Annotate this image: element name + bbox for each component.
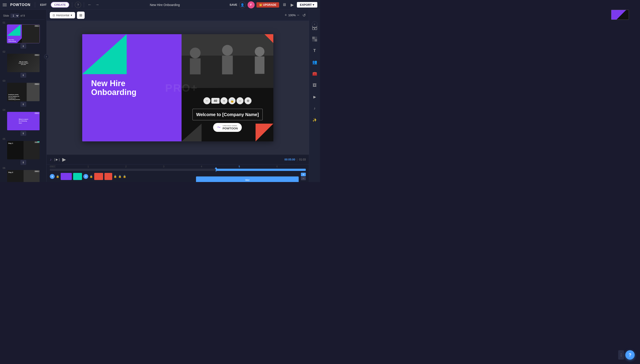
loop-button[interactable]: [ ▶ ] [53, 157, 60, 162]
slide-label: Slide [3, 14, 9, 17]
tl-active-obj[interactable]: Wel [196, 176, 299, 182]
collapse-right-button[interactable]: › [312, 21, 318, 27]
tl-lock-1: 🔒 [56, 175, 59, 178]
rs-media-icon[interactable]: 🖼 [311, 81, 319, 89]
slide-group-5: 05 Day 1 PRO+ ⬇ [2, 138, 45, 165]
canvas-toolbar: ⊡ Horizontal ▾ ⊞ + 100% − ↺ [47, 10, 309, 21]
screen-icon[interactable]: 🖥 [281, 2, 288, 8]
user-settings-icon[interactable]: 👤 [239, 2, 246, 8]
music-button[interactable]: ♪ [50, 158, 52, 162]
pro-badge-3: PRO+ [35, 83, 40, 85]
lock-icon[interactable]: 🔒 [229, 97, 236, 104]
slide-thumbnail-5[interactable]: Day 1 PRO+ [7, 141, 40, 160]
slide-download-3[interactable]: ⬇ [21, 102, 26, 107]
tl-lock-2: 🔒 [90, 175, 93, 178]
timeline-objects[interactable]: 5 🔒 3 🔒 🔒 🔒 🔒 Wel + − [47, 171, 309, 182]
brand-name-text: POWTOON [223, 127, 238, 130]
slide-canvas[interactable]: New Hire Onboarding PRO+ [82, 34, 273, 142]
zoom-in-button[interactable]: + [285, 13, 287, 18]
tl-obj-red1[interactable] [94, 173, 103, 180]
text-editor-box[interactable]: Welcome to [Company Name] [192, 109, 263, 120]
rs-effects-icon[interactable]: ✨ [311, 116, 319, 124]
help-icon-topbar[interactable]: ? [75, 2, 81, 8]
canvas-area: ⊡ Horizontal ▾ ⊞ + 100% − ↺ New Hire Onb… [47, 10, 309, 182]
collapse-panel-button[interactable]: ‹ [44, 54, 49, 59]
decrease-button[interactable]: − [203, 97, 210, 104]
export-button[interactable]: EXPORT ▾ [297, 2, 317, 8]
dark-triangle [181, 124, 201, 142]
slide-download-2[interactable]: ⬇ [21, 73, 26, 78]
user-avatar[interactable]: F [248, 1, 255, 8]
layout-chevron: ▾ [71, 14, 72, 17]
svg-rect-15 [315, 39, 317, 42]
pro-badge-2: PRO+ [35, 54, 40, 56]
svg-rect-10 [312, 28, 314, 30]
export-label: EXPORT [300, 3, 312, 6]
increase-button[interactable]: + [221, 97, 228, 104]
red-triangle [256, 124, 273, 142]
zoom-out-button[interactable]: − [297, 13, 299, 18]
timeline-ticks: 0SEC 1 2 3 4 5 6 [47, 164, 309, 169]
svg-rect-11 [315, 28, 317, 30]
slide-num-01: 01 [2, 21, 5, 24]
tick-6: 6 [276, 165, 309, 168]
slide-thumbnail-1[interactable]: New HireOnboarding PRO+ [7, 24, 40, 43]
tl-obj-teal[interactable] [73, 173, 82, 180]
menu-icon[interactable] [3, 4, 7, 6]
teal-triangle [82, 34, 127, 74]
slide-group-1: 01 New HireOnboarding PRO+ ⬇ [2, 21, 45, 49]
tl-add-button[interactable]: + [301, 173, 306, 176]
tick-3: 3 [163, 165, 201, 168]
rs-text-icon[interactable]: T [311, 46, 319, 54]
slide-left-panel: New Hire Onboarding [82, 34, 181, 142]
grid-button[interactable]: ⊞ [77, 12, 85, 19]
slide-group-3: 03 [employee name],we are leading youthr… [2, 80, 45, 107]
tl-remove-button[interactable]: − [301, 177, 306, 180]
timeline-bar[interactable] [50, 169, 306, 171]
play-button[interactable]: ▶ [62, 157, 66, 162]
tl-obj-purple[interactable] [61, 173, 72, 180]
slide-group-4: 04 What to expectthe followingdays: PRO+… [2, 108, 45, 136]
present-button[interactable]: ▶ [289, 2, 295, 8]
time-display: 00:05:00 | 01:03 [284, 158, 306, 161]
tick-2: 2 [125, 165, 163, 168]
redo-button[interactable]: → [94, 2, 100, 8]
rs-video-icon[interactable]: ▶ [311, 93, 319, 101]
rs-checkerboard-icon[interactable] [311, 35, 319, 43]
divider [84, 2, 84, 8]
upgrade-button[interactable]: UPGRADE [257, 2, 279, 8]
slide-download-5[interactable]: ⬇ [21, 160, 26, 165]
slide-download-4[interactable]: ⬇ [21, 131, 26, 136]
reset-zoom-button[interactable]: ↺ [302, 13, 306, 18]
total-time: 01:03 [299, 158, 306, 161]
zoom-controls: + 100% − ↺ [285, 13, 306, 18]
cursor-head [215, 167, 217, 169]
powtoon-badge: 〜 CREATED USING POWTOON [213, 123, 242, 132]
slide-thumbnail-3[interactable]: [employee name],we are leading youthroug… [7, 82, 40, 102]
tick-5: 5 [239, 165, 276, 168]
slide-download-1[interactable]: ⬇ [21, 44, 26, 48]
aspect-icon[interactable]: ○ [237, 97, 244, 104]
rs-people-icon[interactable]: 👥 [311, 58, 319, 66]
welcome-text: Welcome to [Company Name] [196, 112, 259, 118]
create-button[interactable]: CREATE [51, 2, 69, 8]
corner-decoration [265, 34, 273, 43]
settings-icon[interactable]: ⚙ [245, 97, 252, 104]
slide-thumbnail-2[interactable]: We are superexcited to haveyou join PRO+ [7, 54, 40, 72]
slide-number-select[interactable]: 123456789 [11, 14, 19, 18]
tl-lock-4: 🔒 [118, 175, 122, 178]
text-controls: − 40 + 🔒 ○ ⚙ [203, 97, 252, 104]
app-logo: POWTOON [10, 3, 31, 7]
rs-objects-icon[interactable]: 🧰 [311, 70, 319, 78]
edit-button[interactable]: EDIT [38, 2, 49, 7]
undo-button[interactable]: ← [87, 2, 92, 8]
tl-lock-3: 🔒 [114, 175, 117, 178]
rs-audio-icon[interactable]: ♪ [311, 104, 319, 112]
pro-badge-4: PRO+ [35, 112, 40, 114]
slide-right-bottom: − 40 + 🔒 ○ ⚙ Welcome to [Company Name] 〜 [181, 88, 273, 142]
slide-thumbnail-4[interactable]: What to expectthe followingdays: PRO+ [7, 112, 40, 130]
slide-thumbnail-6[interactable]: Day 2 PRO+ [7, 170, 40, 182]
tl-obj-red2[interactable] [104, 173, 112, 180]
layout-dropdown[interactable]: ⊡ Horizontal ▾ [50, 12, 75, 18]
save-button[interactable]: SAVE [230, 3, 237, 6]
